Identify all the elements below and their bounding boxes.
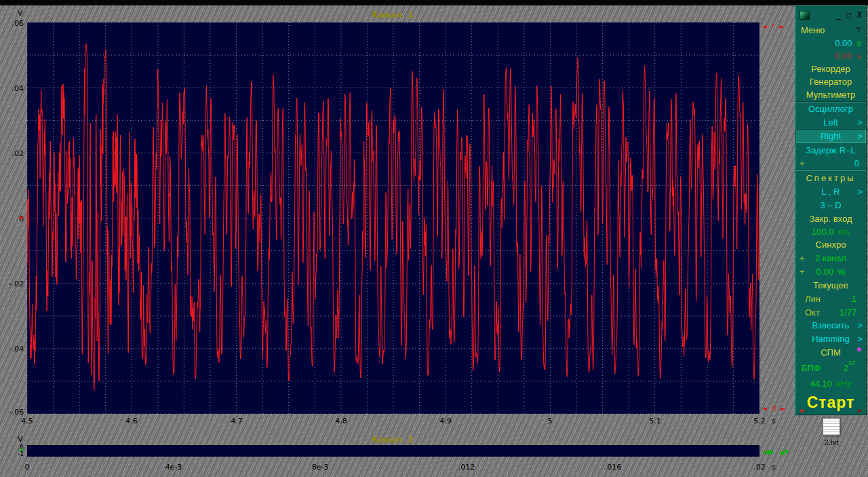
ch1-y-tick: .02 — [0, 149, 24, 158]
spectra-header: Спектры — [795, 171, 866, 185]
current-header: Текущее — [795, 278, 866, 292]
generator-button[interactable]: Генератор — [795, 75, 866, 88]
recorder-button[interactable]: Рекордер — [795, 62, 866, 75]
ch1-x-tick: 4.7 — [222, 417, 252, 425]
top-black-bar — [0, 0, 868, 5]
ch2-x-tick: .016 — [598, 463, 628, 472]
spm-label: СПМ — [821, 347, 841, 358]
delay-value-row[interactable]: + 0 — [795, 157, 866, 170]
start-label: Старт — [807, 394, 855, 412]
closed-input-time[interactable]: 100.0 ms — [795, 225, 866, 238]
time-left-value: 0.00 — [835, 38, 852, 48]
sample-rate-unit: kHz — [836, 379, 851, 389]
lin-value: 1 — [852, 294, 856, 304]
spm-button[interactable]: СПМ — [795, 345, 866, 360]
status-dot-left — [800, 409, 804, 413]
right-channel-button[interactable]: Right > — [795, 129, 866, 143]
left-channel-button[interactable]: Left > — [795, 115, 866, 129]
time-readout-right: 0.00 s — [795, 50, 866, 62]
channel1-x-unit: s — [772, 417, 776, 425]
sample-rate-value: 44.10 — [810, 379, 833, 389]
closed-input-toggle[interactable]: Закр. вход — [795, 212, 866, 225]
spm-indicator-dot — [857, 347, 861, 351]
ch2-x-tick: .012 — [452, 463, 481, 472]
channel1-plot[interactable] — [27, 22, 760, 414]
app-icon — [800, 11, 810, 20]
ch2-x-tick: 0 — [12, 463, 42, 472]
trigger-level-marker[interactable]: ► — [20, 214, 24, 221]
chevron-right-icon: > — [857, 117, 863, 128]
oct-row[interactable]: Окт 1/77 — [795, 305, 866, 319]
three-d-button[interactable]: 3 – D — [795, 198, 866, 212]
sync-source-row[interactable]: + 2 канал — [795, 251, 866, 265]
oct-label: Окт — [805, 307, 820, 318]
sync-header: Синхро — [795, 238, 866, 251]
lin-row[interactable]: Лин 1 — [795, 292, 866, 305]
scroll-marker-top-right[interactable]: ◄ * ► — [762, 23, 785, 30]
file-icon[interactable] — [823, 418, 840, 436]
weighting-label: Взвесить — [812, 320, 849, 330]
chevron-right-icon: > — [857, 320, 863, 330]
ch1-x-tick: 5.2 — [745, 417, 774, 425]
sync-level-value: 0.00 — [816, 267, 833, 277]
closed-input-time-value: 100.0 — [812, 227, 834, 237]
ch1-y-tick: .06 — [0, 19, 24, 28]
ch2-scroll-controls[interactable]: ◄▮► — [762, 449, 775, 455]
ch1-x-tick: 5 — [535, 417, 565, 425]
control-panel: _ □ X Меню ? 0.00 s 0.00 s Рекордер Гене… — [795, 5, 867, 415]
hamming-label: Hamming — [812, 334, 850, 344]
oct-value: 1/77 — [840, 307, 856, 318]
delay-rl-label[interactable]: Задерж R–L — [795, 143, 866, 157]
channel1-waveform — [27, 22, 760, 414]
channel2-title: Канал 2 — [27, 434, 760, 444]
oscillograph-button[interactable]: Осциллогр — [795, 102, 866, 115]
channel1-title: Канал 1 — [27, 9, 760, 20]
delay-value: 0 — [854, 158, 859, 168]
ch1-x-tick: 5.1 — [640, 417, 670, 425]
ch1-y-tick: -.06 — [0, 408, 24, 417]
fft-label: БПФ — [802, 363, 821, 373]
scroll-marker-bottom-right[interactable]: ◄ Л ► — [762, 405, 787, 412]
channel1-y-unit: V — [18, 9, 23, 18]
file-label[interactable]: 2.txt — [808, 438, 854, 446]
time-left-unit: s — [857, 38, 862, 48]
weighting-button[interactable]: Взвесить > — [795, 319, 866, 332]
ch2-x-tick: .02 — [745, 463, 774, 472]
sample-rate-row[interactable]: 44.10 kHz — [795, 377, 866, 390]
right-channel-label: Right — [821, 131, 841, 141]
lr-spectra-label: L , R — [822, 187, 840, 197]
fft-size-row[interactable]: БПФ 217 — [795, 360, 866, 377]
panel-titlebar[interactable]: _ □ X — [795, 6, 866, 24]
sync-level-unit: % — [837, 267, 846, 277]
closed-input-time-unit: ms — [838, 227, 850, 237]
ch1-y-tick: -.04 — [0, 345, 24, 354]
ch1-x-tick: 4.5 — [12, 417, 42, 425]
ch1-x-tick: 4.8 — [326, 417, 356, 425]
start-button[interactable]: Старт — [795, 390, 866, 415]
sync-level-row[interactable]: + 0.00 % — [795, 265, 866, 278]
sync-source-value: 2 канал — [815, 253, 846, 263]
hamming-button[interactable]: Hamming > — [795, 332, 866, 345]
ch2-zoom-controls[interactable]: ▲▼ — [780, 449, 788, 455]
multimeter-button[interactable]: Мультиметр — [795, 88, 866, 101]
minimize-button[interactable]: _ — [836, 10, 841, 20]
ch1-y-tick: -.02 — [0, 280, 24, 288]
maximize-button[interactable]: □ — [847, 10, 852, 20]
ch2-left-marker[interactable]: ► — [20, 446, 24, 453]
ch2-x-tick: 4e-3 — [159, 463, 189, 472]
plus-icon: + — [800, 267, 805, 277]
plus-icon: + — [800, 253, 805, 263]
channel2-plot[interactable] — [27, 445, 760, 457]
ch1-y-tick: .04 — [0, 84, 24, 93]
close-button[interactable]: X — [857, 10, 862, 20]
chevron-right-icon: > — [857, 187, 863, 197]
lr-spectra-button[interactable]: L , R > — [795, 185, 866, 198]
menu-button[interactable]: Меню — [801, 25, 825, 35]
chevron-right-icon: > — [857, 334, 863, 344]
status-dot-right — [858, 409, 861, 413]
plus-icon: + — [800, 158, 805, 168]
ch1-x-tick: 4.9 — [431, 417, 460, 425]
ch1-x-tick: 4.6 — [117, 417, 146, 425]
help-button[interactable]: ? — [856, 25, 861, 35]
time-right-value: 0.00 — [835, 51, 852, 61]
